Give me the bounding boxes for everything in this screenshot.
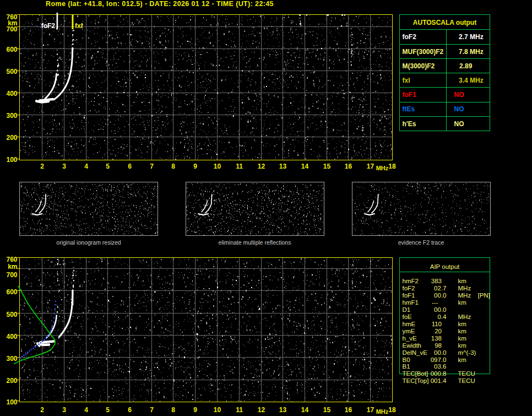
svg-text:00.0: 00.0 bbox=[434, 292, 446, 299]
svg-text:097.0: 097.0 bbox=[431, 356, 447, 363]
svg-text:00.0: 00.0 bbox=[434, 306, 446, 313]
svg-text:000.8: 000.8 bbox=[431, 370, 447, 377]
svg-text:foF1: foF1 bbox=[403, 91, 417, 99]
svg-text:original ionogram resized: original ionogram resized bbox=[56, 239, 121, 246]
svg-text:16: 16 bbox=[345, 163, 352, 170]
svg-text:eliminate multiple reflections: eliminate multiple reflections bbox=[219, 239, 291, 246]
svg-text:13: 13 bbox=[279, 406, 287, 414]
svg-text:11: 11 bbox=[236, 163, 243, 170]
svg-text:fxI: fxI bbox=[403, 77, 410, 84]
svg-text:km: km bbox=[458, 321, 466, 327]
svg-text:foF2: foF2 bbox=[41, 22, 56, 30]
svg-text:02.7: 02.7 bbox=[434, 285, 446, 291]
svg-text:16: 16 bbox=[345, 406, 352, 414]
svg-text:001.4: 001.4 bbox=[431, 377, 447, 384]
svg-text:400: 400 bbox=[6, 333, 17, 341]
svg-text:ftEs: ftEs bbox=[403, 105, 415, 113]
svg-text:100: 100 bbox=[6, 398, 17, 406]
svg-text:2.89: 2.89 bbox=[459, 62, 473, 70]
svg-text:0.4: 0.4 bbox=[438, 314, 447, 320]
svg-text:7.8 MHz: 7.8 MHz bbox=[459, 48, 484, 56]
svg-text:700: 700 bbox=[6, 25, 17, 33]
svg-text:M(3000)F2: M(3000)F2 bbox=[403, 62, 435, 70]
svg-text:AIP output: AIP output bbox=[430, 263, 460, 270]
svg-text:km: km bbox=[458, 342, 466, 349]
svg-text:TEC[Top]: TEC[Top] bbox=[403, 377, 429, 384]
svg-text:hmF2: hmF2 bbox=[403, 278, 419, 284]
svg-text:8: 8 bbox=[171, 163, 175, 170]
svg-text:TEC[Bot]: TEC[Bot] bbox=[403, 370, 428, 377]
svg-text:138: 138 bbox=[431, 335, 442, 342]
svg-text:500: 500 bbox=[6, 311, 17, 318]
svg-text:7: 7 bbox=[150, 163, 154, 170]
svg-text:10: 10 bbox=[214, 406, 221, 414]
svg-text:760: 760 bbox=[6, 256, 17, 263]
svg-text:8: 8 bbox=[171, 406, 175, 414]
svg-text:MHz: MHz bbox=[376, 165, 389, 171]
svg-text:hmE: hmE bbox=[403, 321, 416, 327]
svg-text:110: 110 bbox=[432, 321, 442, 327]
svg-text:98: 98 bbox=[435, 342, 442, 349]
svg-text:m^(-3): m^(-3) bbox=[458, 349, 476, 356]
svg-text:6: 6 bbox=[128, 163, 132, 170]
svg-text:03.6: 03.6 bbox=[434, 363, 446, 370]
svg-text:km: km bbox=[458, 328, 466, 334]
svg-text:18: 18 bbox=[388, 406, 396, 414]
svg-text:300: 300 bbox=[6, 355, 17, 363]
svg-text:km: km bbox=[458, 356, 466, 363]
svg-text:17: 17 bbox=[367, 163, 374, 170]
svg-text:TECU: TECU bbox=[458, 377, 475, 384]
svg-text:NO: NO bbox=[454, 105, 464, 113]
svg-text:15: 15 bbox=[323, 163, 331, 170]
svg-text:700: 700 bbox=[6, 271, 17, 279]
svg-text:foF1: foF1 bbox=[403, 292, 415, 299]
svg-text:13: 13 bbox=[279, 163, 287, 170]
svg-text:400: 400 bbox=[6, 90, 17, 98]
svg-text:evidence F2 trace: evidence F2 trace bbox=[398, 239, 444, 246]
svg-text:NO: NO bbox=[454, 120, 464, 128]
svg-text:D1: D1 bbox=[403, 306, 411, 313]
svg-text:200: 200 bbox=[6, 377, 17, 385]
svg-text:h_vE: h_vE bbox=[403, 335, 417, 342]
svg-text:20: 20 bbox=[435, 328, 442, 334]
svg-text:[PN]: [PN] bbox=[478, 292, 490, 299]
svg-text:TECU: TECU bbox=[458, 370, 475, 377]
svg-text:km: km bbox=[458, 299, 466, 306]
svg-text:km: km bbox=[458, 335, 466, 342]
svg-text:12: 12 bbox=[258, 406, 265, 414]
svg-text:3: 3 bbox=[62, 163, 66, 170]
svg-text:3: 3 bbox=[62, 406, 66, 414]
svg-text:AUTOSCALA output: AUTOSCALA output bbox=[413, 19, 476, 26]
svg-text:300: 300 bbox=[6, 112, 17, 120]
svg-text:NO: NO bbox=[454, 91, 464, 99]
svg-text:6: 6 bbox=[128, 406, 132, 414]
svg-text:5: 5 bbox=[106, 163, 110, 170]
svg-text:fxI: fxI bbox=[75, 22, 83, 30]
svg-text:4: 4 bbox=[84, 406, 88, 414]
svg-text:hmF1: hmF1 bbox=[403, 299, 419, 306]
svg-text:9: 9 bbox=[193, 406, 197, 414]
svg-text:DelN_vE: DelN_vE bbox=[403, 349, 428, 356]
svg-text:500: 500 bbox=[6, 68, 17, 75]
svg-text:11: 11 bbox=[236, 406, 243, 414]
svg-text:foE: foE bbox=[403, 314, 412, 320]
svg-text:383: 383 bbox=[431, 278, 442, 284]
svg-text:2: 2 bbox=[40, 163, 44, 170]
svg-text:17: 17 bbox=[367, 406, 374, 414]
svg-text:18: 18 bbox=[388, 163, 396, 170]
svg-text:10: 10 bbox=[214, 163, 221, 170]
svg-text:Ewidth: Ewidth bbox=[403, 342, 422, 349]
svg-text:3.4 MHz: 3.4 MHz bbox=[459, 77, 484, 84]
svg-text:MHz: MHz bbox=[376, 408, 389, 415]
svg-text:MHz: MHz bbox=[458, 292, 471, 299]
svg-text:---: --- bbox=[432, 299, 438, 306]
svg-text:15: 15 bbox=[323, 406, 331, 414]
svg-text:h'Es: h'Es bbox=[403, 120, 416, 128]
svg-text:B0: B0 bbox=[403, 356, 410, 363]
svg-text:9: 9 bbox=[193, 163, 197, 170]
svg-text:MHz: MHz bbox=[458, 285, 471, 291]
svg-text:600: 600 bbox=[6, 288, 17, 296]
svg-text:00.0: 00.0 bbox=[434, 349, 446, 356]
svg-text:MHz: MHz bbox=[458, 314, 471, 320]
svg-text:2: 2 bbox=[40, 406, 44, 414]
